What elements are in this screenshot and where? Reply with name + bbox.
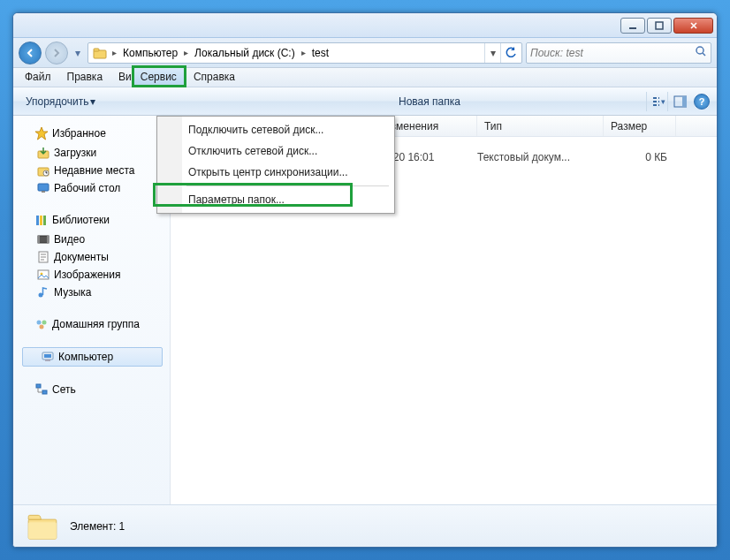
svg-rect-34 [36, 384, 41, 388]
svg-rect-20 [43, 216, 46, 225]
svg-point-30 [40, 325, 44, 329]
homegroup-icon [34, 317, 49, 331]
nav-history-dropdown[interactable]: ▾ [72, 42, 84, 64]
svg-rect-32 [44, 354, 51, 358]
sidebar-libraries[interactable]: Библиотеки [22, 209, 170, 231]
details-pane: Элемент: 1 [13, 504, 717, 547]
menubar: Файл Правка Ви Сервис Справка [13, 68, 717, 87]
menu-help[interactable]: Справка [186, 68, 243, 87]
view-options-button[interactable]: ▾ [646, 92, 665, 111]
menu-file[interactable]: Файл [17, 68, 59, 87]
navigation-pane: Избранное Загрузки Недавние места Рабочи… [13, 116, 171, 504]
file-size-cell: 0 КБ [604, 151, 676, 163]
recent-icon [36, 163, 50, 178]
preview-pane-button[interactable] [667, 92, 687, 111]
toolbar: Упорядочить ▾ Новая папка ▾ ? [13, 87, 717, 116]
network-icon [34, 382, 49, 397]
menu-tools[interactable]: Сервис [132, 67, 186, 87]
folder-large-icon [26, 510, 59, 543]
svg-rect-7 [653, 104, 657, 106]
menu-open-sync-center[interactable]: Открыть центр синхронизации... [160, 162, 392, 183]
close-button[interactable] [673, 18, 713, 34]
svg-rect-6 [653, 101, 657, 102]
breadcrumb[interactable]: ▸ Компьютер ▸ Локальный диск (C:) ▸ test… [87, 42, 522, 64]
svg-rect-19 [40, 216, 42, 225]
sidebar-homegroup[interactable]: Домашняя группа [22, 314, 170, 335]
svg-rect-23 [47, 236, 49, 243]
svg-point-28 [37, 321, 42, 325]
sidebar-downloads[interactable]: Загрузки [22, 144, 170, 162]
sidebar-music[interactable]: Музыка [22, 284, 170, 301]
menu-map-network-drive[interactable]: Подключить сетевой диск... [160, 119, 392, 140]
svg-rect-9 [658, 101, 659, 102]
svg-rect-10 [658, 104, 659, 106]
sidebar-documents[interactable]: Документы [22, 248, 170, 266]
search-placeholder: Поиск: test [530, 47, 583, 59]
column-type[interactable]: Тип [477, 116, 604, 136]
new-folder-button[interactable]: Новая папка [393, 92, 466, 111]
help-button[interactable]: ? [694, 94, 710, 110]
document-icon [36, 250, 50, 264]
svg-rect-37 [28, 522, 57, 539]
sidebar-recent-places[interactable]: Недавние места [22, 162, 170, 179]
chevron-right-icon: ▸ [181, 48, 191, 57]
svg-rect-33 [45, 359, 50, 361]
explorer-window: ▾ ▸ Компьютер ▸ Локальный диск (C:) ▸ te… [12, 12, 718, 548]
chevron-right-icon: ▸ [299, 48, 308, 57]
svg-rect-25 [38, 270, 49, 279]
svg-rect-35 [42, 390, 47, 394]
titlebar [13, 13, 717, 38]
star-icon [34, 126, 49, 140]
sidebar-pictures[interactable]: Изображения [22, 266, 170, 284]
svg-rect-3 [94, 49, 99, 51]
column-size[interactable]: Размер [604, 116, 676, 136]
svg-point-29 [42, 321, 47, 325]
svg-rect-17 [42, 191, 45, 193]
menu-separator [186, 185, 389, 186]
chevron-down-icon: ▾ [90, 95, 95, 108]
folder-icon [92, 45, 108, 61]
computer-icon [41, 350, 55, 364]
music-icon [36, 285, 50, 299]
libraries-icon [34, 213, 49, 227]
menu-edit[interactable]: Правка [59, 68, 111, 87]
menu-folder-options[interactable]: Параметры папок... [160, 189, 392, 210]
minimize-button[interactable] [620, 18, 645, 34]
breadcrumb-test[interactable]: test [308, 43, 332, 63]
breadcrumb-drive-c[interactable]: Локальный диск (C:) [191, 43, 299, 63]
menu-view-truncated[interactable]: Ви [110, 68, 132, 87]
tools-dropdown-menu: Подключить сетевой диск... Отключить сет… [156, 116, 395, 214]
maximize-button[interactable] [647, 18, 672, 34]
forward-button[interactable] [45, 42, 68, 64]
desktop-icon [36, 181, 50, 195]
svg-rect-5 [653, 97, 657, 99]
svg-point-4 [696, 47, 703, 54]
sidebar-favorites[interactable]: Избранное [22, 123, 170, 144]
sidebar-desktop[interactable]: Рабочий стол [22, 179, 170, 197]
svg-rect-12 [682, 96, 687, 107]
svg-rect-8 [658, 97, 659, 99]
body: Подключить сетевой диск... Отключить сет… [13, 116, 717, 504]
sidebar-computer[interactable]: Компьютер [22, 347, 163, 367]
breadcrumb-dropdown[interactable]: ▾ [484, 43, 500, 63]
search-input[interactable]: Поиск: test [526, 42, 711, 64]
back-button[interactable] [19, 42, 42, 64]
chevron-down-icon: ▾ [661, 97, 665, 106]
address-bar: ▾ ▸ Компьютер ▸ Локальный диск (C:) ▸ te… [13, 38, 717, 68]
picture-icon [36, 268, 50, 282]
organize-button[interactable]: Упорядочить ▾ [20, 92, 101, 111]
search-icon [695, 45, 707, 60]
sidebar-videos[interactable]: Видео [22, 231, 170, 248]
svg-rect-18 [36, 216, 39, 225]
refresh-button[interactable] [500, 43, 520, 63]
chevron-right-icon: ▸ [110, 48, 119, 57]
file-type-cell: Текстовый докум... [477, 151, 604, 163]
sidebar-network[interactable]: Сеть [22, 379, 170, 400]
svg-rect-1 [656, 22, 663, 29]
menu-disconnect-network-drive[interactable]: Отключить сетевой диск... [160, 140, 392, 162]
breadcrumb-computer[interactable]: Компьютер [119, 43, 181, 63]
status-text: Элемент: 1 [70, 520, 125, 533]
downloads-icon [36, 146, 50, 160]
svg-rect-22 [38, 236, 40, 243]
svg-rect-0 [629, 27, 636, 29]
